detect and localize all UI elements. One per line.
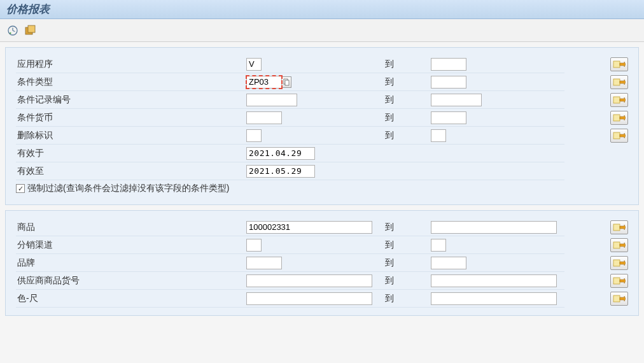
field-label: 条件记录编号 (16, 91, 246, 109)
multiple-selection-button[interactable] (610, 292, 628, 306)
from-input[interactable] (246, 292, 372, 305)
from-input[interactable] (246, 111, 282, 124)
action-cell (603, 145, 628, 162)
from-cell (246, 254, 380, 272)
to-cell (431, 73, 564, 91)
from-input[interactable] (246, 58, 262, 71)
selection-panel-1: 应用程序到 条件类型 到 条件记录编号到 条件货币到 删除标识到 有效于有效至✓… (5, 47, 639, 205)
from-cell (246, 73, 380, 91)
field-row: 删除标识到 (16, 127, 628, 145)
field-label: 有效至 (16, 162, 246, 180)
field-label: 有效于 (16, 145, 246, 162)
svg-rect-12 (613, 224, 620, 231)
field-label: 条件类型 (16, 73, 246, 91)
svg-rect-13 (613, 242, 620, 248)
to-input[interactable] (431, 257, 466, 269)
from-cell (246, 218, 380, 236)
from-cell (246, 290, 380, 308)
execute-button[interactable] (6, 24, 19, 37)
to-label: 到 (380, 55, 431, 73)
action-cell (603, 290, 628, 308)
to-cell (431, 127, 564, 145)
to-input[interactable] (431, 274, 557, 287)
to-label: 到 (380, 218, 431, 236)
to-input[interactable] (431, 239, 446, 252)
page-title: 价格报表 (6, 2, 50, 17)
to-input[interactable] (431, 94, 482, 106)
to-label: 到 (380, 236, 431, 254)
from-input[interactable] (246, 257, 282, 269)
from-input[interactable] (246, 221, 372, 234)
action-cell (603, 73, 628, 91)
to-cell (431, 290, 564, 308)
from-input[interactable] (246, 129, 262, 142)
field-label: 条件货币 (16, 109, 246, 127)
to-input[interactable] (431, 129, 446, 142)
multiple-selection-button[interactable] (610, 129, 628, 143)
multiple-selection-button[interactable] (610, 238, 628, 252)
svg-rect-16 (613, 295, 620, 302)
multiple-selection-button[interactable] (610, 57, 628, 71)
to-label: 到 (380, 254, 431, 272)
to-cell (431, 272, 564, 290)
from-input[interactable] (246, 165, 315, 178)
from-input[interactable] (246, 274, 372, 287)
force-filter-checkbox[interactable]: ✓ (16, 184, 25, 193)
from-cell (246, 145, 380, 162)
field-row: 应用程序到 (16, 55, 628, 73)
to-label: 到 (380, 290, 431, 308)
field-label: 色-尺 (16, 290, 246, 308)
field-label: 供应商商品货号 (16, 272, 246, 290)
field-label: 删除标识 (16, 127, 246, 145)
field-row: 条件类型 到 (16, 73, 628, 91)
search-help-icon[interactable] (281, 76, 291, 88)
from-cell (246, 162, 380, 180)
from-cell (246, 109, 380, 127)
to-label: 到 (380, 272, 431, 290)
multiple-selection-button[interactable] (610, 256, 628, 270)
to-input[interactable] (431, 221, 557, 234)
action-cell (603, 91, 628, 109)
to-label: 到 (380, 109, 431, 127)
svg-rect-15 (613, 278, 620, 284)
to-label: 到 (380, 127, 431, 145)
title-bar: 价格报表 (0, 0, 644, 19)
field-row: 条件货币到 (16, 109, 628, 127)
variants-button[interactable] (24, 24, 37, 37)
action-cell (603, 55, 628, 73)
to-input[interactable] (431, 111, 466, 124)
toolbar (0, 19, 644, 42)
svg-rect-5 (613, 61, 620, 68)
svg-line-2 (13, 31, 15, 32)
from-input[interactable] (246, 239, 262, 252)
from-cell (246, 55, 380, 73)
multiple-selection-button[interactable] (610, 220, 628, 234)
multiple-selection-button[interactable] (610, 75, 628, 89)
action-cell (603, 236, 628, 254)
multiple-selection-button[interactable] (610, 274, 628, 288)
multiple-selection-button[interactable] (610, 93, 628, 107)
to-input[interactable] (431, 292, 557, 305)
to-input[interactable] (431, 58, 466, 71)
selection-panel-2: 商品到 分销渠道到 品牌到 供应商商品货号到 色-尺到 (5, 210, 639, 316)
field-label: 分销渠道 (16, 236, 246, 254)
to-label: 到 (380, 91, 431, 109)
action-cell (603, 127, 628, 145)
from-input[interactable] (246, 147, 315, 160)
to-input[interactable] (431, 76, 466, 89)
from-cell (246, 236, 380, 254)
field-row: 品牌到 (16, 254, 628, 272)
from-input[interactable] (246, 94, 297, 106)
field-row: 色-尺到 (16, 290, 628, 308)
field-row: 供应商商品货号到 (16, 272, 628, 290)
svg-rect-10 (613, 115, 620, 121)
force-filter-label: 强制过滤(查询条件会过滤掉没有该字段的条件类型) (27, 183, 229, 194)
field-row: 分销渠道到 (16, 236, 628, 254)
action-cell (603, 218, 628, 236)
field-row: 商品到 (16, 218, 628, 236)
multiple-selection-button[interactable] (610, 111, 628, 125)
from-input[interactable] (246, 76, 282, 89)
from-cell (246, 272, 380, 290)
to-cell (431, 91, 564, 109)
from-cell (246, 127, 380, 145)
